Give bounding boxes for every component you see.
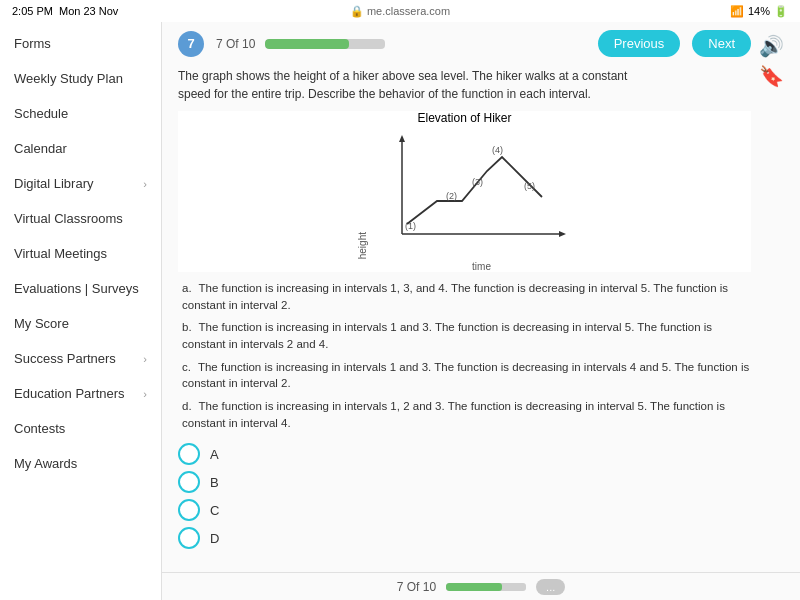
progress-fill xyxy=(265,39,349,49)
bottom-progress-bar xyxy=(446,583,526,591)
radio-label-b: B xyxy=(210,475,219,490)
choice-d: d. The function is increasing in interva… xyxy=(178,398,751,431)
sidebar-item-education-partners[interactable]: Education Partners › xyxy=(0,376,161,411)
sidebar: Forms Weekly Study Plan Schedule Calenda… xyxy=(0,22,162,600)
choice-a: a. The function is increasing in interva… xyxy=(178,280,751,313)
bottom-bar: 7 Of 10 ... xyxy=(162,572,800,600)
status-bar: 2:05 PM Mon 23 Nov 🔒 me.classera.com 📶 1… xyxy=(0,0,800,22)
x-axis-label: time xyxy=(472,261,491,272)
battery-icon: 🔋 xyxy=(774,5,788,18)
svg-text:(4): (4) xyxy=(492,145,503,155)
radio-row-c: C xyxy=(178,499,751,521)
question-number-badge: 7 xyxy=(178,31,204,57)
graph-title: Elevation of Hiker xyxy=(417,111,511,125)
y-axis-label: height xyxy=(357,232,368,259)
elevation-chart: (1) (2) (3) (4) (5) xyxy=(372,129,572,259)
choice-c: c. The function is increasing in interva… xyxy=(178,359,751,392)
svg-text:(3): (3) xyxy=(472,177,483,187)
sidebar-item-calendar[interactable]: Calendar xyxy=(0,131,161,166)
radio-c[interactable] xyxy=(178,499,200,521)
graph-area: Elevation of Hiker height xyxy=(178,111,751,272)
sidebar-item-success-partners[interactable]: Success Partners › xyxy=(0,341,161,376)
radio-label-c: C xyxy=(210,503,219,518)
radio-a[interactable] xyxy=(178,443,200,465)
sidebar-item-weekly-study-plan[interactable]: Weekly Study Plan xyxy=(0,61,161,96)
progress-bar xyxy=(265,39,385,49)
choice-b: b. The function is increasing in interva… xyxy=(178,319,751,352)
svg-text:(2): (2) xyxy=(446,191,457,201)
main-content: 7 7 Of 10 Previous Next The graph shows … xyxy=(162,22,800,600)
radio-label-a: A xyxy=(210,447,219,462)
sidebar-item-my-score[interactable]: My Score xyxy=(0,306,161,341)
next-button[interactable]: Next xyxy=(692,30,751,57)
chevron-right-icon: › xyxy=(143,388,147,400)
audio-icon[interactable]: 🔊 xyxy=(759,34,784,58)
svg-text:(1): (1) xyxy=(405,221,416,231)
url-bar: 🔒 me.classera.com xyxy=(350,5,450,18)
bottom-btn[interactable]: ... xyxy=(536,579,565,595)
date-display: Mon 23 Nov xyxy=(59,5,118,17)
sidebar-item-digital-library[interactable]: Digital Library › xyxy=(0,166,161,201)
answer-choices: a. The function is increasing in interva… xyxy=(178,280,751,431)
sidebar-item-evaluations[interactable]: Evaluations | Surveys xyxy=(0,271,161,306)
question-text: The graph shows the height of a hiker ab… xyxy=(178,67,628,103)
radio-row-b: B xyxy=(178,471,751,493)
chevron-right-icon: › xyxy=(143,353,147,365)
chevron-right-icon: › xyxy=(143,178,147,190)
sidebar-item-schedule[interactable]: Schedule xyxy=(0,96,161,131)
svg-marker-3 xyxy=(559,231,566,237)
progress-label: 7 Of 10 xyxy=(216,37,255,51)
wifi-icon: 📶 xyxy=(730,5,744,18)
sidebar-item-forms[interactable]: Forms xyxy=(0,26,161,61)
radio-d[interactable] xyxy=(178,527,200,549)
radio-row-d: D xyxy=(178,527,751,549)
action-icons: 🔊 🔖 xyxy=(759,34,784,88)
bottom-progress-fill xyxy=(446,583,502,591)
status-time: 2:05 PM Mon 23 Nov xyxy=(12,5,118,17)
svg-marker-2 xyxy=(399,135,405,142)
bottom-progress-label: 7 Of 10 xyxy=(397,580,436,594)
radio-row-a: A xyxy=(178,443,751,465)
progress-section: 7 Of 10 xyxy=(216,37,586,51)
radio-options: A B C D xyxy=(178,443,751,549)
sidebar-item-contests[interactable]: Contests xyxy=(0,411,161,446)
time-display: 2:05 PM xyxy=(12,5,53,17)
status-right: 📶 14% 🔋 xyxy=(730,5,788,18)
app-container: Forms Weekly Study Plan Schedule Calenda… xyxy=(0,22,800,600)
sidebar-item-my-awards[interactable]: My Awards xyxy=(0,446,161,481)
svg-text:(5): (5) xyxy=(524,181,535,191)
radio-label-d: D xyxy=(210,531,219,546)
question-header: 7 7 Of 10 Previous Next xyxy=(178,30,751,57)
battery-display: 14% xyxy=(748,5,770,17)
bookmark-icon[interactable]: 🔖 xyxy=(759,64,784,88)
previous-button[interactable]: Previous xyxy=(598,30,681,57)
sidebar-item-virtual-classrooms[interactable]: Virtual Classrooms xyxy=(0,201,161,236)
sidebar-item-virtual-meetings[interactable]: Virtual Meetings xyxy=(0,236,161,271)
radio-b[interactable] xyxy=(178,471,200,493)
